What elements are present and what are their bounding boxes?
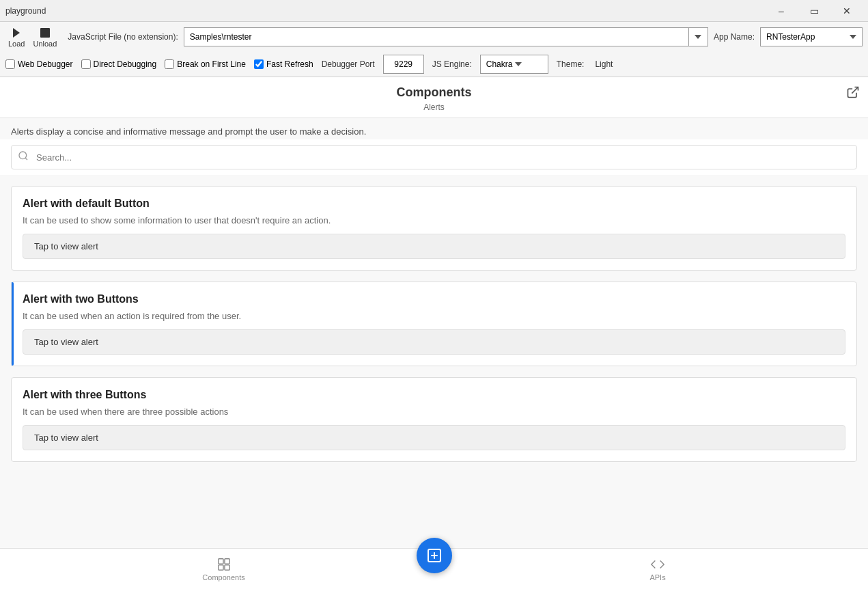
alert-card-1-desc: It can be used when an action is require… [23,311,845,321]
direct-debugging-label: Direct Debugging [94,59,157,69]
title-bar-controls: – ▭ ✕ [766,1,863,21]
break-on-first-line-checkbox[interactable] [165,59,174,69]
load-button[interactable]: Load [5,25,27,49]
theme-value: Light [592,59,615,69]
toolbar: Load Unload JavaScript File (no extensio… [0,22,868,77]
svg-rect-1 [40,28,50,38]
alert-card-1: Alert with two Buttons It can be used wh… [11,282,857,366]
svg-line-2 [852,87,858,94]
title-bar: playground – ▭ ✕ [0,0,868,22]
alert-card-0-title: Alert with default Button [23,197,845,210]
direct-debugging-checkbox[interactable] [81,59,91,69]
alert-card-0-desc: It can be used to show some information … [23,215,845,225]
page-header: Components Alerts [0,77,868,118]
debugger-port-input[interactable] [383,55,424,74]
main-area: Components Alerts Alerts display a conci… [0,77,868,548]
spacer [0,473,868,548]
highlight-line-2 [12,282,14,366]
web-debugger-label: Web Debugger [18,59,73,69]
search-container [0,139,868,175]
minimize-button[interactable]: – [766,1,797,21]
nav-apis[interactable]: APIs [622,554,692,584]
content-area: Alert with default Button It can be used… [0,175,868,473]
direct-debugging-checkbox-group[interactable]: Direct Debugging [81,59,157,69]
alert-card-2: Alert with three Buttons It can be used … [11,377,857,462]
breadcrumb: Alerts [11,102,857,112]
break-on-first-line-checkbox-group[interactable]: Break on First Line [165,59,246,69]
search-wrapper [11,145,857,169]
maximize-button[interactable]: ▭ [798,1,830,21]
svg-rect-5 [218,558,223,563]
debugger-port-label: Debugger Port [322,59,375,69]
close-button[interactable]: ✕ [831,1,863,21]
svg-rect-6 [224,558,229,563]
web-debugger-checkbox[interactable] [5,59,15,69]
file-input-container [184,27,708,46]
fast-refresh-checkbox[interactable] [254,59,264,69]
bottom-nav: Components APIs [0,548,868,589]
fast-refresh-label: Fast Refresh [266,59,313,69]
load-unload-group: Load Unload [5,25,59,49]
app-title: playground [5,6,46,16]
nav-components[interactable]: Components [175,554,272,584]
alert-card-0: Alert with default Button It can be used… [11,186,857,271]
unload-label: Unload [33,40,57,48]
fab-button[interactable] [417,538,452,573]
title-bar-title: playground [5,6,46,16]
search-input[interactable] [11,145,857,169]
nav-apis-label: APIs [649,573,665,581]
file-dropdown-button[interactable] [689,27,708,46]
load-label: Load [8,40,25,48]
svg-rect-8 [224,564,229,569]
svg-rect-7 [218,564,223,569]
file-label: JavaScript File (no extension): [68,32,178,42]
toolbar-row2: Web Debugger Direct Debugging Break on F… [5,55,863,74]
app-name-label: App Name: [714,32,755,42]
js-engine-label: JS Engine: [432,59,472,69]
page-title: Components [11,85,857,100]
nav-components-label: Components [202,573,244,581]
web-debugger-checkbox-group[interactable]: Web Debugger [5,59,73,69]
toolbar-row1: Load Unload JavaScript File (no extensio… [5,25,863,49]
alert-card-2-tap-button[interactable]: Tap to view alert [23,425,845,450]
alert-card-0-tap-button[interactable]: Tap to view alert [23,234,845,259]
alert-card-2-desc: It can be used when there are three poss… [23,407,845,417]
file-input[interactable] [184,27,689,46]
page-description: Alerts display a concise and informative… [0,118,868,139]
theme-label: Theme: [557,59,585,69]
break-on-first-line-label: Break on First Line [177,59,246,69]
unload-button[interactable]: Unload [30,25,59,49]
svg-line-4 [25,158,27,160]
alert-card-1-tap-button[interactable]: Tap to view alert [23,329,845,355]
fast-refresh-checkbox-group[interactable]: Fast Refresh [254,59,313,69]
alert-card-1-title: Alert with two Buttons [23,293,845,305]
search-icon [18,150,29,164]
js-engine-value: Chakra [486,59,513,69]
app-name-dropdown[interactable]: RNTesterApp [760,27,863,46]
alert-card-2-title: Alert with three Buttons [23,389,845,401]
app-name-value: RNTesterApp [766,32,847,42]
svg-point-3 [19,152,27,159]
external-link-icon[interactable] [846,85,860,99]
js-engine-select[interactable]: Chakra [480,55,548,74]
svg-marker-0 [13,28,20,38]
